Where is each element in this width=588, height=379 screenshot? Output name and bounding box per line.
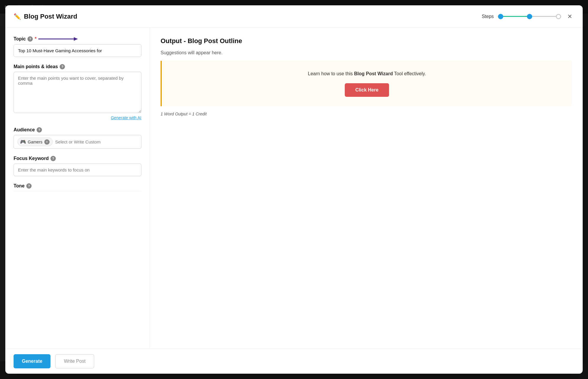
gamers-tag-icon: 🎮 [20, 139, 26, 145]
main-points-label-text: Main points & ideas [14, 64, 58, 69]
step-1-dot [498, 14, 503, 19]
main-points-textarea[interactable] [14, 72, 141, 113]
main-points-field-group: Main points & ideas ? Generate with AI [14, 64, 141, 120]
bottom-buttons: Generate Write Post [5, 349, 583, 374]
steps-label: Steps [482, 14, 494, 19]
arrow-svg [38, 36, 80, 42]
step-3-dot [556, 14, 561, 19]
audience-input-wrapper[interactable]: 🎮 Gamers × Select or Write Custom [14, 135, 141, 149]
main-points-label-row: Main points & ideas ? [14, 64, 141, 69]
tone-help-icon[interactable]: ? [26, 183, 32, 189]
gamers-tag-remove-button[interactable]: × [44, 139, 50, 145]
pencil-icon: ✏️ [14, 13, 21, 20]
gamers-tag-label: Gamers [28, 140, 43, 144]
modal-title-group: ✏️ Blog Post Wizard [14, 13, 77, 20]
modal-body: Topic ? * Main points & ideas [5, 28, 583, 349]
audience-field-group: Audience ? 🎮 Gamers × Select or Write Cu… [14, 127, 141, 149]
topic-help-icon[interactable]: ? [27, 36, 33, 42]
tone-label-text: Tone [14, 183, 24, 189]
tone-field-group: Tone ? [14, 183, 141, 191]
blog-post-wizard-modal: ✏️ Blog Post Wizard Steps × Topic ? [5, 5, 583, 374]
generate-ai-link[interactable]: Generate with AI [14, 115, 141, 120]
click-here-button[interactable]: Click Here [345, 83, 389, 97]
focus-keyword-help-icon[interactable]: ? [50, 156, 56, 161]
focus-keyword-field-group: Focus Keyword ? [14, 156, 141, 176]
generate-button[interactable]: Generate [14, 354, 50, 368]
focus-keyword-label-row: Focus Keyword ? [14, 156, 141, 161]
info-box-text: Learn how to use this Blog Post Wizard T… [308, 70, 426, 77]
main-points-help-icon[interactable]: ? [60, 64, 65, 69]
left-panel: Topic ? * Main points & ideas [5, 28, 150, 349]
step-2-dot [527, 14, 532, 19]
svg-marker-1 [74, 37, 78, 41]
steps-track [498, 14, 561, 19]
topic-arrow-indicator [38, 36, 80, 42]
modal-title: Blog Post Wizard [24, 13, 77, 20]
write-post-button[interactable]: Write Post [55, 354, 94, 368]
topic-input[interactable] [14, 44, 141, 57]
focus-keyword-label-text: Focus Keyword [14, 156, 49, 161]
audience-help-icon[interactable]: ? [37, 127, 42, 133]
step-line-2 [532, 16, 556, 17]
steps-group: Steps × [482, 11, 574, 22]
topic-required-star: * [35, 36, 36, 42]
modal-close-button[interactable]: × [565, 11, 574, 22]
topic-label-text: Topic [14, 36, 26, 42]
focus-keyword-input[interactable] [14, 164, 141, 176]
tone-label-row: Tone ? [14, 183, 141, 189]
step-line-1 [503, 16, 527, 17]
credit-text: 1 Word Output = 1 Credit [161, 112, 572, 116]
right-panel: Output - Blog Post Outline Suggestions w… [150, 28, 583, 349]
audience-label-row: Audience ? [14, 127, 141, 133]
topic-label-row: Topic ? * [14, 36, 141, 42]
info-box: Learn how to use this Blog Post Wizard T… [161, 61, 572, 106]
info-text-2: Tool effectively. [393, 71, 426, 76]
topic-field-group: Topic ? * [14, 36, 141, 57]
modal-header: ✏️ Blog Post Wizard Steps × [5, 5, 583, 28]
audience-label-text: Audience [14, 127, 35, 133]
output-title: Output - Blog Post Outline [161, 37, 572, 45]
info-text-1: Learn how to use this [308, 71, 354, 76]
audience-placeholder: Select or Write Custom [55, 139, 101, 144]
suggestions-text: Suggestions will appear here. [161, 50, 572, 55]
gamers-tag: 🎮 Gamers × [17, 138, 53, 146]
info-bold-text: Blog Post Wizard [354, 71, 393, 76]
